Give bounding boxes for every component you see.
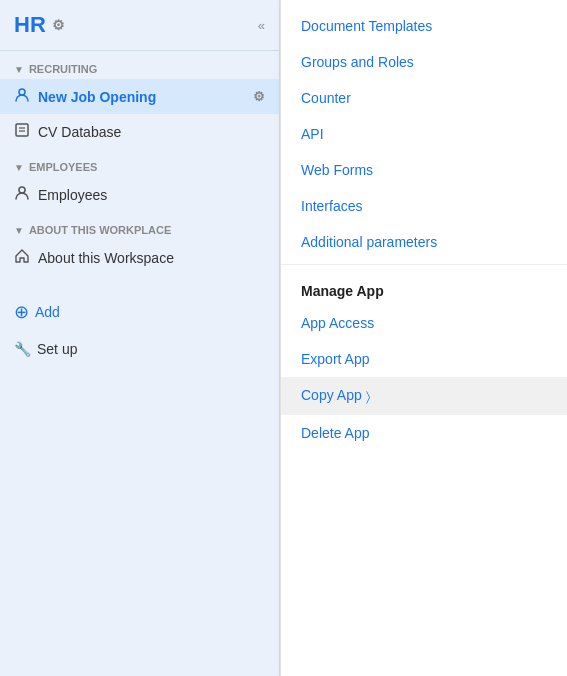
chevron-recruiting: ▼ [14,64,24,75]
about-workspace-icon [14,248,30,267]
svg-point-0 [19,89,25,95]
section-recruiting: ▼ RECRUITING [0,51,279,79]
about-workspace-label: About this Workspace [38,250,174,266]
collapse-sidebar-button[interactable]: « [258,18,265,33]
dropdown-item-copy-app[interactable]: Copy App 〉 [281,377,567,415]
groups-roles-label: Groups and Roles [301,54,414,70]
dropdown-item-groups-roles[interactable]: Groups and Roles [281,44,567,80]
sidebar: HR ⚙ « ▼ RECRUITING New Job Opening ⚙ CV… [0,0,280,676]
cursor-icon: 〉 [366,389,370,405]
new-job-opening-gear-icon[interactable]: ⚙ [253,89,265,104]
section-about-label: ABOUT THIS WORKPLACE [29,224,171,236]
web-forms-label: Web Forms [301,162,373,178]
setup-label: Set up [37,341,77,357]
sidebar-item-employees[interactable]: Employees [0,177,279,212]
section-employees-label: EMPLOYEES [29,161,97,173]
app-title: HR ⚙ [14,12,65,38]
api-label: API [301,126,324,142]
dropdown-item-delete-app[interactable]: Delete App [281,415,567,451]
interfaces-label: Interfaces [301,198,362,214]
chevron-employees: ▼ [14,162,24,173]
setup-icon: 🔧 [14,341,31,357]
dropdown-item-additional-parameters[interactable]: Additional parameters [281,224,567,260]
section-employees: ▼ EMPLOYEES [0,149,279,177]
app-access-label: App Access [301,315,374,331]
additional-parameters-label: Additional parameters [301,234,437,250]
new-job-opening-label: New Job Opening [38,89,156,105]
dropdown-item-export-app[interactable]: Export App [281,341,567,377]
cv-database-icon [14,122,30,141]
counter-label: Counter [301,90,351,106]
cv-database-label: CV Database [38,124,121,140]
app-title-text: HR [14,12,46,38]
dropdown-item-interfaces[interactable]: Interfaces [281,188,567,224]
dropdown-panel: Document Templates Groups and Roles Coun… [280,0,567,676]
sidebar-item-about-workspace[interactable]: About this Workspace [0,240,279,275]
document-templates-label: Document Templates [301,18,432,34]
employees-label: Employees [38,187,107,203]
add-button[interactable]: ⊕ Add [0,291,279,333]
manage-app-label: Manage App [301,283,384,299]
section-recruiting-label: RECRUITING [29,63,97,75]
sidebar-item-new-job-opening[interactable]: New Job Opening ⚙ [0,79,279,114]
add-label: Add [35,304,60,320]
export-app-label: Export App [301,351,370,367]
svg-point-4 [19,187,25,193]
section-about-workplace: ▼ ABOUT THIS WORKPLACE [0,212,279,240]
svg-rect-1 [16,124,28,136]
copy-app-label: Copy App [301,387,362,403]
chevron-about: ▼ [14,225,24,236]
app-gear-icon[interactable]: ⚙ [52,17,65,33]
dropdown-item-counter[interactable]: Counter [281,80,567,116]
dropdown-item-app-access[interactable]: App Access [281,305,567,341]
dropdown-item-api[interactable]: API [281,116,567,152]
sidebar-item-cv-database[interactable]: CV Database [0,114,279,149]
add-icon: ⊕ [14,301,29,323]
dropdown-item-web-forms[interactable]: Web Forms [281,152,567,188]
new-job-opening-icon [14,87,30,106]
setup-button[interactable]: 🔧 Set up [0,333,279,365]
delete-app-label: Delete App [301,425,370,441]
dropdown-item-document-templates[interactable]: Document Templates [281,8,567,44]
dropdown-divider [281,264,567,265]
sidebar-header: HR ⚙ « [0,0,279,51]
manage-app-section: Manage App [281,269,567,305]
employees-icon [14,185,30,204]
